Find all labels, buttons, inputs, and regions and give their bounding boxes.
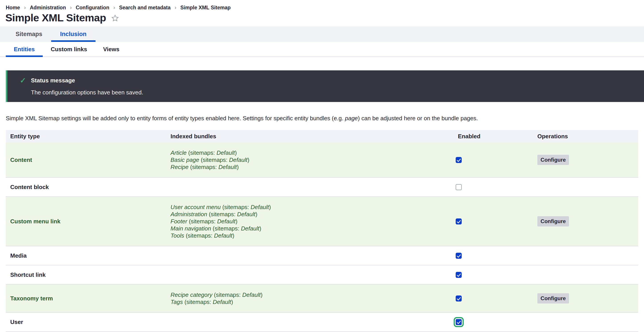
table-row-custom-menu-link: Custom menu linkUser account menu (sitem… — [6, 197, 638, 246]
column-header-indexed-bundles: Indexed bundles — [165, 133, 446, 140]
breadcrumb-item[interactable]: Home — [6, 4, 20, 11]
table-row-media: Media — [6, 246, 638, 266]
indexed-bundles-cell: User account menu (sitemaps: Default)Adm… — [165, 197, 446, 246]
enabled-cell — [446, 218, 535, 224]
entity-type-label: Media — [6, 252, 165, 259]
table-row-taxonomy-term: Taxonomy termRecipe category (sitemaps: … — [6, 284, 638, 313]
table-header-row: Entity type Indexed bundles Enabled Oper… — [6, 130, 638, 142]
table-row-user: User — [6, 313, 638, 332]
enabled-checkbox-taxonomy-term[interactable] — [456, 296, 462, 302]
secondary-tabs: EntitiesCustom linksViews — [0, 42, 644, 57]
primary-tabs: SitemapsInclusion — [0, 26, 644, 42]
enabled-cell — [446, 184, 535, 190]
enabled-checkbox-content[interactable] — [456, 157, 462, 163]
page-header: Simple XML Sitemap — [5, 11, 644, 24]
subtab-views[interactable]: Views — [95, 42, 127, 56]
table-row-shortcut-link: Shortcut link — [6, 266, 638, 284]
table-body: ContentArticle (sitemaps: Default)Basic … — [6, 142, 638, 332]
tab-sitemaps[interactable]: Sitemaps — [7, 26, 51, 42]
enabled-cell — [446, 319, 535, 325]
page-title: Simple XML Sitemap — [5, 12, 106, 24]
breadcrumb-item[interactable]: Configuration — [76, 4, 109, 11]
operations-cell: Configure — [535, 293, 638, 304]
entity-type-label: Shortcut link — [6, 272, 165, 278]
indexed-bundles-cell — [165, 249, 446, 262]
bundle-entry: Administration (sitemaps: Default) — [170, 211, 446, 218]
entity-types-table: Entity type Indexed bundles Enabled Oper… — [6, 130, 638, 332]
operations-cell: Configure — [535, 155, 638, 165]
entity-type-label: Custom menu link — [6, 218, 165, 225]
indexed-bundles-cell: Recipe category (sitemaps: Default)Tags … — [165, 284, 446, 312]
enabled-checkbox-content-block[interactable] — [456, 184, 462, 190]
subtab-custom-links[interactable]: Custom links — [43, 42, 95, 56]
table-row-content: ContentArticle (sitemaps: Default)Basic … — [6, 142, 638, 178]
entity-type-label: Content block — [6, 184, 165, 190]
indexed-bundles-cell — [165, 268, 446, 282]
breadcrumb-separator: › — [70, 4, 72, 11]
bundle-entry: Footer (sitemaps: Default) — [170, 218, 446, 225]
enabled-checkbox-media[interactable] — [456, 253, 462, 259]
bundle-entry: Basic page (sitemaps: Default) — [170, 156, 446, 164]
enabled-cell — [446, 157, 535, 163]
bundle-entry: Tools (sitemaps: Default) — [170, 232, 446, 239]
table-row-content-block: Content block — [6, 178, 638, 197]
enabled-checkbox-shortcut-link[interactable] — [456, 272, 462, 278]
enabled-cell — [446, 296, 535, 302]
indexed-bundles-cell — [165, 315, 446, 329]
entity-type-label: User — [6, 319, 165, 326]
configure-button-taxonomy-term[interactable]: Configure — [537, 293, 569, 304]
page-description: Simple XML Sitemap settings will be adde… — [6, 114, 638, 122]
enabled-checkbox-user[interactable] — [456, 319, 462, 325]
bundle-entry: Tags (sitemaps: Default) — [170, 298, 446, 306]
status-title: Status message — [31, 77, 75, 84]
status-message: ✓ Status message The configuration optio… — [6, 70, 644, 102]
bundle-entry: Main navigation (sitemaps: Default) — [170, 225, 446, 232]
column-header-enabled: Enabled — [446, 133, 535, 140]
entity-type-label: Taxonomy term — [6, 295, 165, 302]
bundle-entry: User account menu (sitemaps: Default) — [170, 204, 446, 211]
tab-inclusion[interactable]: Inclusion — [51, 26, 96, 42]
breadcrumb-item[interactable]: Search and metadata — [119, 4, 170, 11]
bundle-entry: Recipe (sitemaps: Default) — [170, 164, 446, 170]
indexed-bundles-cell — [165, 180, 446, 194]
column-header-entity-type: Entity type — [6, 133, 165, 140]
breadcrumb-item[interactable]: Simple XML Sitemap — [180, 4, 230, 11]
configure-button-custom-menu-link[interactable]: Configure — [537, 216, 569, 226]
breadcrumb-separator: › — [113, 4, 115, 11]
breadcrumb-separator: › — [24, 4, 26, 11]
enabled-checkbox-custom-menu-link[interactable] — [456, 218, 462, 224]
column-header-operations: Operations — [535, 133, 638, 140]
bundle-entry: Recipe category (sitemaps: Default) — [170, 291, 446, 298]
operations-cell: Configure — [535, 216, 638, 226]
breadcrumb: Home›Administration›Configuration›Search… — [0, 0, 644, 11]
enabled-cell — [446, 253, 535, 259]
indexed-bundles-cell: Article (sitemaps: Default)Basic page (s… — [165, 142, 446, 177]
breadcrumb-separator: › — [174, 4, 176, 11]
subtab-entities[interactable]: Entities — [6, 42, 43, 56]
breadcrumb-item[interactable]: Administration — [30, 4, 66, 11]
favorite-star-icon[interactable] — [111, 14, 119, 22]
enabled-cell — [446, 272, 535, 278]
configure-button-content[interactable]: Configure — [537, 155, 569, 165]
bundle-entry: Article (sitemaps: Default) — [170, 149, 446, 156]
entity-type-label: Content — [6, 156, 165, 164]
status-body: The configuration options have been save… — [31, 89, 635, 96]
checkmark-icon: ✓ — [15, 77, 31, 84]
